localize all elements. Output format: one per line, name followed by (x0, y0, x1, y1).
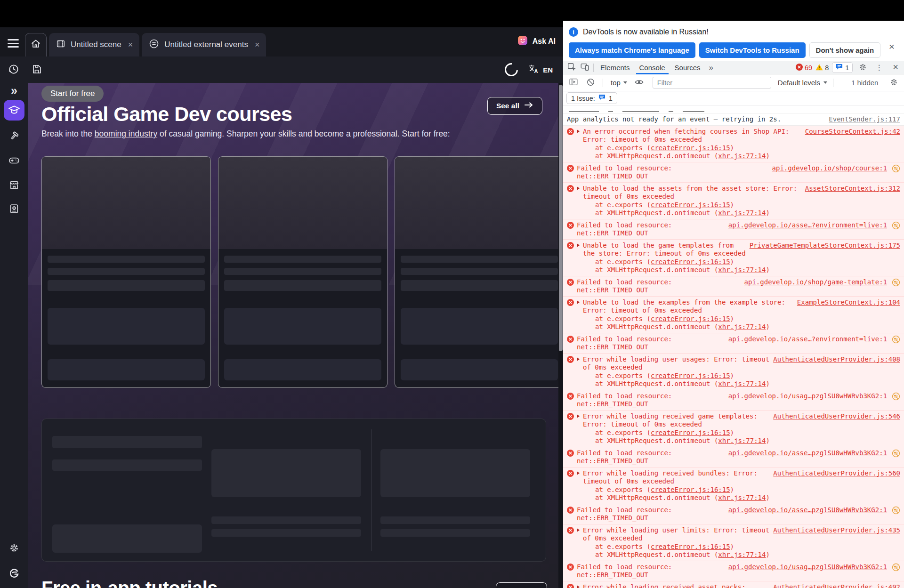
source-location-link[interactable]: AuthenticatedUserProvider.js:492 (773, 583, 900, 588)
see-all-courses-button[interactable]: See all (487, 97, 542, 115)
network-badge-icon[interactable] (892, 392, 900, 403)
stack-frame-link[interactable]: xhr.js:77:14 (718, 323, 766, 330)
filter-input[interactable] (653, 77, 771, 89)
devtools-close-icon[interactable]: × (889, 62, 902, 73)
stack-frame-link[interactable]: xhr.js:77:14 (718, 437, 766, 444)
expand-caret-icon[interactable] (577, 528, 580, 532)
devtools-settings-button[interactable] (856, 62, 869, 74)
tab-untitled-external-events[interactable]: Untitled external events × (142, 33, 266, 56)
match-language-button[interactable]: Always match Chrome's language (569, 42, 695, 58)
issues-count-badge[interactable]: 1 (832, 62, 853, 73)
source-location-link[interactable]: api.gdevelop.io/usag…pzglSU8wHWRvb3KG2:1 (728, 563, 887, 572)
source-location-link[interactable]: api.gdevelop.io/shop/game-template:1 (744, 278, 887, 287)
expand-caret-icon[interactable] (577, 300, 580, 304)
warning-count-badge[interactable]: 8 (815, 64, 829, 72)
error-count-badge[interactable]: 69 (796, 64, 812, 72)
source-location-link[interactable]: api.gdevelop.io/usag…pzglSU8wHWRvb3KG2:1 (728, 392, 887, 401)
stack-frame-link[interactable]: createError.js:16:15 (651, 543, 730, 550)
device-toolbar-button[interactable] (578, 62, 591, 74)
sidebar-item-learn[interactable] (4, 100, 24, 121)
stack-frame-link[interactable]: createError.js:16:15 (651, 258, 730, 266)
source-location-link[interactable]: PrivateGameTemplateStoreContext.js:175 (750, 242, 900, 250)
stack-frame-link[interactable]: xhr.js:77:14 (718, 380, 766, 387)
network-badge-icon[interactable] (892, 335, 900, 346)
source-location-link[interactable]: EventSender.js:117 (829, 115, 900, 124)
network-badge-icon[interactable] (892, 449, 900, 460)
close-tab-icon[interactable]: × (128, 40, 133, 49)
expand-caret-icon[interactable] (577, 471, 580, 475)
network-badge-icon[interactable] (892, 164, 900, 175)
sidebar-item-build[interactable] (8, 130, 20, 144)
tab-console[interactable]: Console (635, 61, 670, 74)
sidebar-item-shop[interactable] (8, 179, 20, 193)
clear-console-button[interactable] (584, 77, 597, 89)
stack-frame-link[interactable]: xhr.js:77:14 (718, 551, 766, 558)
source-location-link[interactable]: api.gdevelop.io/asse…?environment=live:1 (728, 335, 887, 344)
sidebar-item-manual[interactable] (8, 203, 20, 216)
expand-caret-icon[interactable] (577, 414, 580, 418)
banner-close-icon[interactable]: × (889, 41, 895, 51)
save-button[interactable] (31, 64, 42, 76)
sidebar-item-play[interactable] (8, 154, 20, 168)
stack-frame-link[interactable]: createError.js:16:15 (651, 372, 730, 379)
history-button[interactable] (8, 63, 20, 77)
stack-frame-link[interactable]: createError.js:16:15 (651, 201, 730, 209)
tab-sources[interactable]: Sources (670, 61, 705, 74)
source-location-link[interactable]: api.gdevelop.io/asse…pzglSU8wHWRvb3KG2:1 (728, 506, 887, 515)
stack-frame-link[interactable]: createError.js:16:15 (651, 144, 730, 152)
source-location-link[interactable]: AuthenticatedUserProvider.js:560 (773, 469, 900, 478)
app-scrollbar[interactable] (558, 83, 563, 588)
close-tab-icon[interactable]: × (255, 40, 260, 49)
expand-caret-icon[interactable] (577, 585, 580, 588)
expand-caret-icon[interactable] (577, 357, 580, 361)
stack-frame-link[interactable]: createError.js:16:15 (651, 429, 730, 436)
log-levels-selector[interactable]: Default levels (778, 79, 827, 87)
booming-industry-link[interactable]: booming industry (95, 129, 157, 138)
stack-frame-link[interactable]: xhr.js:77:14 (718, 266, 766, 274)
dont-show-again-button[interactable]: Don't show again (809, 42, 881, 58)
expand-caret-icon[interactable] (577, 129, 580, 133)
tab-home[interactable] (25, 33, 47, 56)
see-all-tutorials-button[interactable]: See all (496, 582, 547, 588)
hidden-messages-link[interactable]: 1 hidden (851, 79, 879, 87)
source-location-link[interactable]: api.gdevelop.io/asse…?environment=live:1 (728, 221, 887, 230)
inspect-element-button[interactable] (565, 62, 578, 74)
source-location-link[interactable]: AssetStoreContext.js:312 (805, 185, 900, 193)
expand-caret-icon[interactable] (577, 243, 580, 247)
source-location-link[interactable]: api.gdevelop.io/shop/course:1 (772, 164, 887, 173)
console-sidebar-toggle-button[interactable] (567, 77, 580, 89)
source-location-link[interactable]: CourseStoreContext.js:42 (805, 128, 900, 136)
issues-chip[interactable]: 1 Issue: 1 (566, 92, 617, 104)
ask-ai-button[interactable]: Ask AI (517, 35, 556, 48)
live-expression-button[interactable] (633, 77, 646, 89)
scrollbar-thumb[interactable] (559, 85, 563, 351)
gdevelop-logo-icon[interactable] (8, 567, 20, 580)
stack-frame-link[interactable]: createError.js:16:15 (651, 486, 730, 493)
source-location-link[interactable]: AuthenticatedUserProvider.js:435 (773, 526, 900, 535)
tab-elements[interactable]: Elements (596, 61, 635, 74)
stack-frame-link[interactable]: xhr.js:77:14 (718, 152, 766, 160)
course-card-placeholder[interactable] (218, 156, 387, 388)
course-card-placeholder[interactable] (395, 156, 558, 388)
stack-frame-link[interactable]: xhr.js:77:14 (718, 494, 766, 501)
source-location-link[interactable]: AuthenticatedUserProvider.js:408 (773, 355, 900, 364)
source-location-link[interactable]: api.gdevelop.io/asse…pzglSU8wHWRvb3KG2:1 (728, 449, 887, 458)
source-location-link[interactable]: AuthenticatedUserProvider.js:546 (773, 412, 900, 421)
sidebar-settings-button[interactable] (8, 542, 20, 555)
tab-untitled-scene[interactable]: Untitled scene × (49, 33, 139, 56)
source-location-link[interactable]: ExampleStoreContext.js:104 (797, 298, 900, 307)
execution-context-selector[interactable]: top (609, 79, 629, 87)
network-badge-icon[interactable] (892, 563, 900, 574)
expand-sidebar-button[interactable]: » (11, 85, 17, 96)
network-badge-icon[interactable] (892, 278, 900, 289)
stack-frame-link[interactable]: createError.js:16:15 (651, 315, 730, 322)
course-card-placeholder[interactable] (41, 156, 211, 388)
language-button[interactable]: A EN (528, 64, 553, 76)
main-menu-button[interactable] (4, 32, 23, 55)
stack-frame-link[interactable]: xhr.js:77:14 (718, 209, 766, 217)
more-tabs-icon[interactable]: » (705, 63, 717, 72)
console-settings-button[interactable] (887, 77, 900, 89)
network-badge-icon[interactable] (892, 506, 900, 517)
expand-caret-icon[interactable] (577, 186, 580, 190)
switch-to-russian-button[interactable]: Switch DevTools to Russian (699, 42, 806, 58)
